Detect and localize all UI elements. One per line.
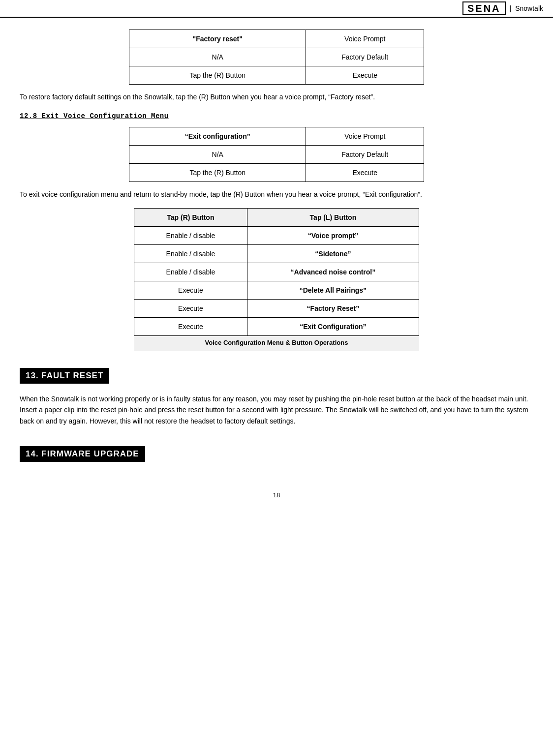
table-cell: Factory Default [306, 146, 424, 164]
exit-config-para: To exit voice configuration menu and ret… [20, 189, 533, 200]
table-header-row: Tap (R) ButtonTap (L) Button [134, 208, 419, 226]
table-cell: “Delete All Pairings” [247, 281, 419, 299]
table-cell: “Advanced noise control” [247, 263, 419, 281]
table-row: Tap the (R) ButtonExecute [129, 164, 424, 182]
section-14-heading: 14. FIRMWARE UPGRADE [20, 446, 145, 462]
fault-reset-para: When the Snowtalk is not working properl… [20, 393, 533, 426]
section-12-8-heading: 12.8 Exit Voice Configuration Menu [20, 112, 533, 120]
table-row: Enable / disable“Voice prompt” [134, 226, 419, 244]
voice-config-table: Tap (R) ButtonTap (L) ButtonEnable / dis… [134, 208, 419, 351]
table-cell: Enable / disable [134, 263, 247, 281]
header-subtitle: Snowtalk [515, 4, 543, 12]
table-cell: Execute [134, 317, 247, 335]
table-cell: “Exit Configuration” [247, 317, 419, 335]
table-row: N/AFactory Default [129, 48, 424, 66]
main-content: "Factory reset"Voice PromptN/AFactory De… [0, 18, 553, 477]
table-cell: Tap the (R) Button [129, 66, 306, 85]
page-footer: 18 [0, 491, 553, 504]
table-row: "Factory reset"Voice Prompt [129, 30, 424, 48]
table-cell: Execute [134, 281, 247, 299]
page-number: 18 [273, 491, 280, 499]
table-row: Execute“Exit Configuration” [134, 317, 419, 335]
table-row: Execute“Delete All Pairings” [134, 281, 419, 299]
table-row: Enable / disable“Advanced noise control” [134, 263, 419, 281]
table-row: “Exit configuration”Voice Prompt [129, 127, 424, 146]
table-cell: N/A [129, 146, 306, 164]
table-cell: Voice Prompt [306, 30, 424, 48]
table-cell: “Sidetone” [247, 244, 419, 263]
table-header-cell: Tap (R) Button [134, 208, 247, 226]
table-cell: N/A [129, 48, 306, 66]
section-13-heading: 13. FAULT RESET [20, 368, 109, 384]
table-row: Execute“Factory Reset” [134, 299, 419, 317]
sena-logo-box: SENA [462, 1, 506, 15]
table-row: Tap the (R) ButtonExecute [129, 66, 424, 85]
voice-config-caption: Voice Configuration Menu & Button Operat… [134, 335, 419, 351]
table-cell: Voice Prompt [306, 127, 424, 146]
page-header: SENA | Snowtalk [0, 0, 553, 18]
brand-logo: SENA [462, 2, 506, 15]
table-row: Enable / disable“Sidetone” [134, 244, 419, 263]
table-row: N/AFactory Default [129, 146, 424, 164]
table-cell: Enable / disable [134, 226, 247, 244]
factory-reset-para: To restore factory default settings on t… [20, 91, 533, 102]
table-cell: “Factory Reset” [247, 299, 419, 317]
table-cell: Execute [306, 164, 424, 182]
table-header-cell: Tap (L) Button [247, 208, 419, 226]
header-separator: | [510, 4, 512, 12]
table-cell: “Exit configuration” [129, 127, 306, 146]
table-cell: “Voice prompt” [247, 226, 419, 244]
exit-config-table: “Exit configuration”Voice PromptN/AFacto… [129, 127, 424, 182]
table-cell: Execute [134, 299, 247, 317]
table-cell: Factory Default [306, 48, 424, 66]
factory-reset-table: "Factory reset"Voice PromptN/AFactory De… [129, 30, 424, 85]
table-cell: Enable / disable [134, 244, 247, 263]
table-cell: Execute [306, 66, 424, 85]
table-cell: Tap the (R) Button [129, 164, 306, 182]
table-cell: "Factory reset" [129, 30, 306, 48]
